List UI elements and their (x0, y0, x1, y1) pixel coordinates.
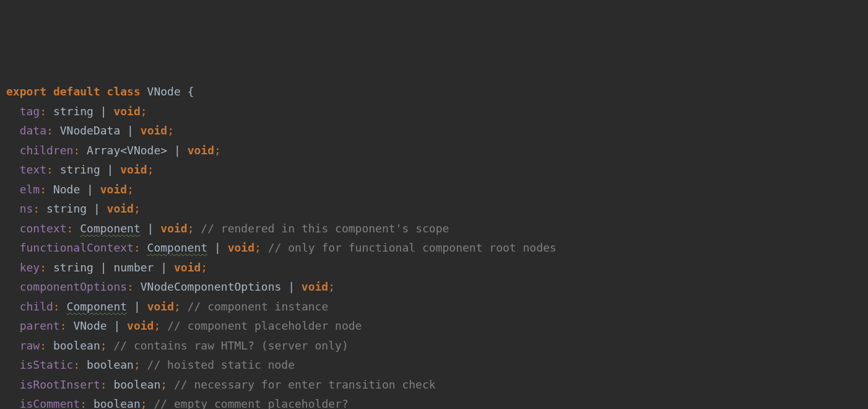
keyword-void: void (228, 241, 254, 254)
semicolon: ; (174, 300, 181, 313)
semicolon: ; (201, 261, 207, 274)
keyword-void: void (188, 144, 214, 157)
colon: : (127, 280, 134, 293)
pipe: | (288, 280, 295, 293)
semicolon: ; (167, 124, 174, 137)
pipe: | (100, 105, 107, 118)
comment: // only for functional component root no… (268, 241, 557, 254)
colon: : (46, 124, 53, 137)
semicolon: ; (134, 358, 141, 371)
type-annotation: string (53, 105, 93, 118)
brace-open: { (188, 85, 194, 98)
type-annotation: boolean (53, 339, 100, 352)
class-declaration-line: export default class VNode { (6, 82, 868, 102)
type-annotation: VNodeComponentOptions (141, 280, 282, 293)
property-name: data (20, 124, 46, 137)
type-annotation: Node (53, 183, 80, 196)
pipe: | (113, 319, 120, 332)
pipe: | (214, 241, 221, 254)
keyword-void: void (302, 280, 328, 293)
property-line: data: VNodeData | void; (6, 121, 868, 141)
colon: : (134, 241, 141, 254)
property-name: children (20, 144, 74, 157)
semicolon: ; (154, 319, 160, 332)
property-name: context (20, 222, 67, 235)
semicolon: ; (214, 144, 221, 157)
property-line: key: string | number | void; (6, 258, 868, 278)
property-line: child: Component | void; // component in… (6, 297, 868, 317)
colon: : (100, 378, 107, 391)
pipe: | (93, 202, 100, 215)
type-annotation: Component (80, 222, 141, 235)
comment: // hoisted static node (147, 358, 295, 371)
colon: : (67, 222, 74, 235)
property-line: ns: string | void; (6, 199, 868, 219)
colon: : (73, 144, 80, 157)
keyword-void: void (147, 300, 174, 313)
type-annotation: boolean (93, 397, 141, 409)
property-name: key (20, 261, 40, 274)
colon: : (33, 202, 40, 215)
pipe: | (174, 144, 181, 157)
comment: // contains raw HTML? (server only) (113, 339, 348, 352)
colon: : (80, 397, 87, 409)
pipe: | (147, 222, 154, 235)
semicolon: ; (141, 105, 147, 118)
keyword-void: void (107, 202, 134, 215)
colon: : (40, 261, 46, 274)
type-annotation: boolean (87, 358, 134, 371)
pipe: | (134, 300, 141, 313)
semicolon: ; (141, 397, 147, 409)
keyword-void: void (100, 183, 127, 196)
property-name: text (20, 163, 46, 176)
property-name: componentOptions (20, 280, 127, 293)
keyword-void: void (113, 105, 140, 118)
comment: // component instance (188, 300, 329, 313)
type-annotation: string (60, 163, 100, 176)
keyword-void: void (141, 124, 167, 137)
keyword-void: void (174, 261, 201, 274)
semicolon: ; (147, 163, 154, 176)
semicolon: ; (134, 202, 141, 215)
property-line: children: Array<VNode> | void; (6, 141, 868, 161)
property-line: isRootInsert: boolean; // necessary for … (6, 375, 868, 395)
keyword-export: export (6, 85, 46, 98)
property-name: parent (20, 319, 60, 332)
semicolon: ; (254, 241, 261, 254)
property-name: isRootInsert (20, 378, 100, 391)
pipe: | (87, 183, 93, 196)
type-annotation: Component (67, 300, 128, 313)
colon: : (53, 300, 60, 313)
type-annotation: boolean (113, 378, 160, 391)
keyword-void: void (127, 319, 154, 332)
property-name: tag (20, 105, 40, 118)
property-name: elm (20, 183, 40, 196)
property-name: isComment (20, 397, 80, 409)
semicolon: ; (127, 183, 134, 196)
pipe: | (160, 261, 167, 274)
property-line: parent: VNode | void; // component place… (6, 316, 868, 336)
colon: : (40, 183, 46, 196)
type-annotation: VNodeData (60, 124, 121, 137)
property-line: functionalContext: Component | void; // … (6, 238, 868, 258)
property-name: child (20, 300, 53, 313)
type-annotation: number (113, 261, 154, 274)
type-annotation: Array<VNode> (87, 144, 167, 157)
colon: : (40, 339, 46, 352)
keyword-void: void (120, 163, 147, 176)
colon: : (60, 319, 67, 332)
type-annotation: Component (147, 241, 208, 254)
property-name: functionalContext (20, 241, 134, 254)
property-line: tag: string | void; (6, 102, 868, 121)
code-editor[interactable]: export default class VNode {tag: string … (6, 82, 868, 409)
property-line: componentOptions: VNodeComponentOptions … (6, 277, 868, 297)
property-name: isStatic (20, 358, 74, 371)
comment: // necessary for enter transition check (174, 378, 436, 391)
type-annotation: VNode (73, 319, 106, 332)
keyword-default: default (53, 85, 100, 98)
semicolon: ; (160, 378, 167, 391)
property-line: elm: Node | void; (6, 180, 868, 200)
property-line: isComment: boolean; // empty comment pla… (6, 394, 868, 409)
property-line: text: string | void; (6, 160, 868, 180)
type-annotation: string (53, 261, 93, 274)
